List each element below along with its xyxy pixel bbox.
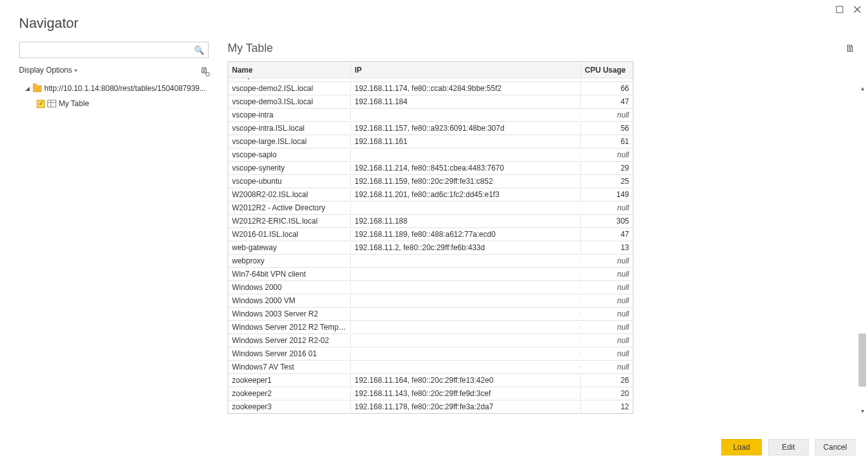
folder-icon	[33, 85, 42, 92]
cell-cpu: null	[581, 109, 633, 121]
table-row[interactable]: zookeeper3192.168.11.178, fe80::20c:29ff…	[228, 400, 633, 413]
cell-name: zookeeper1	[228, 375, 351, 386]
apply-changes-icon[interactable]: 🗎	[845, 43, 855, 54]
column-header-cpu[interactable]: CPU Usage	[581, 64, 633, 76]
cell-cpu: null	[581, 255, 633, 267]
cell-ip: 192.168.11.188	[351, 215, 581, 227]
cell-cpu: 29	[581, 162, 633, 174]
table-row[interactable]: Win7-64bit VPN clientnull	[228, 268, 633, 281]
cell-cpu: 305	[581, 215, 633, 227]
cell-name: Windows 2003 Server R2	[228, 308, 351, 320]
scroll-thumb[interactable]	[859, 334, 866, 387]
collapse-icon[interactable]: ◢	[24, 85, 30, 92]
cell-ip: 192.168.11.201, fe80::ad6c:1fc2:dd45:e1f…	[351, 189, 581, 200]
cell-ip	[351, 352, 581, 355]
table-row[interactable]: vscope-intranull	[228, 109, 633, 122]
cell-name: Win7-64bit VPN client	[228, 268, 351, 280]
table-row[interactable]: Windows7 AV Testnull	[228, 361, 633, 374]
tree-checkbox[interactable]	[37, 100, 45, 108]
cell-cpu: null	[581, 308, 633, 320]
table-row[interactable]: Windows Server 2016 01null	[228, 347, 633, 361]
cell-name: vscope-saplo	[228, 149, 351, 160]
table-row[interactable]: Windows 2000null	[228, 281, 633, 294]
cell-ip: 192.168.11.164, fe80::20c:29ff:fe13:42e0	[351, 375, 581, 386]
table-row[interactable]: W2016-01.ISL.local192.168.11.189, fe80::…	[228, 228, 633, 241]
cancel-button[interactable]: Cancel	[815, 439, 855, 455]
load-button[interactable]: Load	[721, 439, 762, 455]
refresh-icon[interactable]: 🗎	[200, 65, 209, 75]
table-row[interactable]: Windows Server 2012 R2 Templatenull	[228, 321, 633, 334]
table-row[interactable]: Windows 2000 VMnull	[228, 294, 633, 308]
cell-name: Windows Server 2012 R2-02	[228, 335, 351, 346]
cell-cpu: 12	[581, 401, 633, 412]
cell-cpu: null	[581, 322, 633, 333]
tree-source-node[interactable]: ◢ http://10.10.1.14:8080/rest/tables/150…	[19, 81, 209, 96]
table-row[interactable]: webproxynull	[228, 255, 633, 268]
cell-cpu: 26	[581, 375, 633, 386]
table-row[interactable]: zookeeper1192.168.11.164, fe80::20c:29ff…	[228, 374, 633, 387]
cell-name: vscope-intra	[228, 109, 351, 121]
table-row[interactable]: vscope-synerity192.168.11.214, fe80::845…	[228, 162, 633, 175]
cell-name: webproxy	[228, 255, 351, 267]
table-row[interactable]: vscope-intra.ISL.local192.168.11.157, fe…	[228, 122, 633, 135]
cell-cpu: 91	[581, 78, 633, 81]
cell-name: W2012R2 - Active Directory	[228, 202, 351, 213]
table-row[interactable]: web-gateway192.168.11.2, fe80::20c:29ff:…	[228, 241, 633, 255]
cell-cpu: null	[581, 361, 633, 373]
chevron-down-icon: ▾	[75, 68, 77, 73]
cell-ip	[351, 207, 581, 209]
table-row[interactable]: W2012R2 - Active Directorynull	[228, 201, 633, 215]
tree-table-node[interactable]: My Table	[19, 96, 209, 111]
cell-ip	[351, 366, 581, 368]
cell-cpu: 61	[581, 136, 633, 147]
cell-ip: 192.168.11.178, fe80::20c:29ff:fe3a:2da7	[351, 401, 581, 412]
cell-name: Windows7 AV Test	[228, 361, 351, 373]
preview-table: Name IP CPU Usage vscope-customs.ISL.loc…	[228, 61, 633, 414]
cell-ip: 192.168.11.174, fe80::ccab:4284:9bbe:55f…	[351, 83, 581, 94]
table-row[interactable]: W2008R2-02.ISL.local192.168.11.201, fe80…	[228, 188, 633, 201]
table-row[interactable]: W2012R2-ERIC.ISL.local192.168.11.188305	[228, 215, 633, 228]
cell-ip	[351, 114, 581, 116]
cell-ip: 192.168.11.161	[351, 136, 581, 147]
scroll-up-arrow[interactable]: ▴	[857, 82, 868, 93]
cell-cpu: 149	[581, 189, 633, 200]
cell-ip: 192.168.11.182	[351, 78, 581, 81]
maximize-button[interactable]	[835, 5, 844, 14]
cell-ip	[351, 326, 581, 328]
table-row[interactable]: zookeeper2192.168.11.143, fe80::20c:29ff…	[228, 387, 633, 400]
column-header-ip[interactable]: IP	[351, 64, 581, 76]
table-row[interactable]: Windows 2003 Server R2null	[228, 308, 633, 321]
cell-name: vscope-demo3.ISL.local	[228, 96, 351, 107]
cell-ip	[351, 260, 581, 262]
cell-cpu: null	[581, 149, 633, 160]
column-header-name[interactable]: Name	[228, 64, 351, 76]
cell-name: Windows Server 2016 01	[228, 348, 351, 359]
cell-cpu: 20	[581, 388, 633, 399]
close-button[interactable]	[853, 5, 862, 14]
cell-cpu: null	[581, 282, 633, 293]
cell-ip: 192.168.11.159, fe80::20c:29ff:fe31:c852	[351, 176, 581, 187]
vertical-scrollbar[interactable]: ▴ ▾	[857, 82, 868, 416]
search-icon[interactable]: 🔍	[194, 45, 204, 55]
cell-name: vscope-synerity	[228, 162, 351, 174]
table-row[interactable]: vscope-ubuntu192.168.11.159, fe80::20c:2…	[228, 175, 633, 188]
scroll-down-arrow[interactable]: ▾	[857, 405, 868, 416]
cell-name: vscope-intra.ISL.local	[228, 123, 351, 134]
cell-ip: 192.168.11.143, fe80::20c:29ff:fe9d:3cef	[351, 388, 581, 399]
cell-ip	[351, 286, 581, 289]
table-row[interactable]: vscope-large.ISL.local192.168.11.16161	[228, 135, 633, 148]
search-box[interactable]: 🔍	[19, 42, 209, 58]
table-row[interactable]: vscope-saplonull	[228, 148, 633, 162]
cell-ip: 192.168.11.157, fe80::a923:6091:48be:307…	[351, 123, 581, 134]
display-options-label: Display Options	[19, 66, 72, 75]
display-options-dropdown[interactable]: Display Options ▾	[19, 66, 77, 75]
navigation-panel: 🔍 Display Options ▾ 🗎 ◢ http://10.10.1.1…	[19, 42, 209, 431]
table-row[interactable]: vscope-demo3.ISL.local192.168.11.18447	[228, 95, 633, 109]
page-title: Navigator	[19, 15, 78, 32]
table-row[interactable]: vscope-demo2.ISL.local192.168.11.174, fe…	[228, 82, 633, 95]
cell-cpu: 13	[581, 242, 633, 253]
search-input[interactable]	[23, 45, 194, 55]
table-row[interactable]: Windows Server 2012 R2-02null	[228, 334, 633, 347]
cell-cpu: 47	[581, 96, 633, 107]
edit-button[interactable]: Edit	[768, 439, 809, 455]
